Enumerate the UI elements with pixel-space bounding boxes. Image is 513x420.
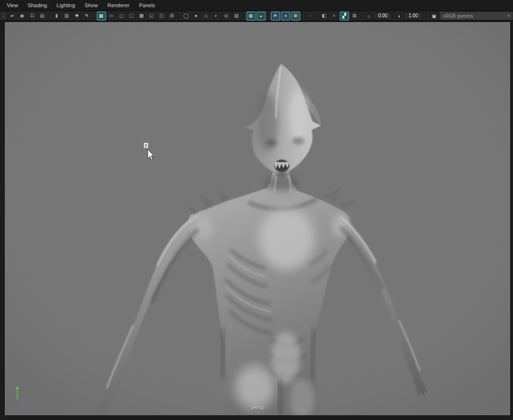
- chevron-down-icon: ▾: [507, 13, 510, 18]
- toolbar-separator: [361, 12, 362, 20]
- gamma-field[interactable]: 1.00: [404, 12, 423, 20]
- wireframe-on-shaded-icon[interactable]: ◍: [246, 12, 256, 21]
- grease-pencil-icon[interactable]: ✎: [82, 12, 92, 21]
- toolbar-separator: [244, 12, 244, 20]
- toolbar-grip[interactable]: [2, 12, 5, 19]
- toolbar-separator: [94, 12, 94, 20]
- use-all-lights-icon[interactable]: ☀: [271, 12, 280, 21]
- cursor-badge-icon: [144, 143, 148, 148]
- plugin-filter-icon[interactable]: ⊠: [350, 12, 359, 21]
- toolbar-separator: [317, 12, 317, 20]
- camera-attributes-icon[interactable]: ▤: [38, 12, 47, 21]
- default-material-icon[interactable]: ◎: [222, 12, 231, 21]
- wireframe-icon[interactable]: ◯: [182, 12, 191, 21]
- camera-label: persp: [251, 405, 264, 410]
- toolbar-separator: [179, 12, 179, 20]
- safe-title-icon[interactable]: ◰: [157, 12, 166, 21]
- color-management-icon[interactable]: ▣: [431, 13, 438, 19]
- viewport-frame: persp: [0, 21, 513, 420]
- gamma-icon[interactable]: ◗: [396, 13, 403, 19]
- toolbar-separator: [303, 12, 303, 20]
- motion-blur-icon[interactable]: ≈: [330, 12, 339, 21]
- resolution-gate-icon[interactable]: ◻: [117, 12, 126, 21]
- view-transform-dropdown[interactable]: sRGB gamma ▾: [440, 12, 513, 20]
- depth-of-field-icon[interactable]: ◌: [305, 12, 315, 21]
- screen-space-ao-icon[interactable]: ⊛: [291, 12, 300, 21]
- maya-viewport-window: View Shading Lighting Show Renderer Pane…: [0, 0, 513, 420]
- checker-icon[interactable]: ▨: [232, 12, 241, 21]
- panel-menu-bar: View Shading Lighting Show Renderer Pane…: [0, 0, 513, 11]
- menu-renderer[interactable]: Renderer: [107, 2, 129, 8]
- smooth-shade-icon[interactable]: ●: [192, 12, 201, 21]
- menu-show[interactable]: Show: [85, 2, 98, 8]
- pin-icon[interactable]: ▰: [8, 12, 17, 21]
- toolbar-separator: [268, 12, 268, 20]
- safe-action-icon[interactable]: ◱: [147, 12, 156, 21]
- viewport-canvas[interactable]: [5, 22, 510, 415]
- select-camera-icon[interactable]: ◉: [18, 12, 27, 21]
- toolbar-separator: [427, 12, 427, 20]
- film-gate-icon[interactable]: ▭: [107, 12, 116, 21]
- isolate-select-icon[interactable]: ◧: [320, 12, 329, 21]
- bounding-box-icon[interactable]: ◇: [202, 12, 211, 21]
- shadows-icon[interactable]: ◑: [281, 12, 290, 21]
- viewport[interactable]: persp: [5, 22, 510, 415]
- exposure-icon[interactable]: ☼: [365, 13, 373, 19]
- menu-panels[interactable]: Panels: [139, 2, 155, 8]
- menu-view[interactable]: View: [7, 2, 18, 8]
- anti-aliasing-icon[interactable]: ▞: [340, 12, 349, 21]
- xray-icon[interactable]: ◒: [256, 12, 266, 21]
- hud-icon[interactable]: ⊞: [167, 12, 176, 21]
- panel-toolbar: ▰◉⊡▤▮▥✚✎▦▭◻▢▩◱◰⊞◯●◇◐◎▨◍◒☀◑⊛◌◧≈▞⊠ ☼ 0.00 …: [0, 11, 513, 21]
- menu-lighting[interactable]: Lighting: [57, 2, 75, 8]
- menu-shading[interactable]: Shading: [28, 2, 47, 8]
- creature-mouth: [275, 160, 289, 177]
- textured-icon[interactable]: ◐: [212, 12, 221, 21]
- image-plane-icon[interactable]: ▥: [62, 12, 71, 21]
- field-chart-icon[interactable]: ▩: [137, 12, 146, 21]
- bookmark-icon[interactable]: ▮: [52, 12, 61, 21]
- view-transform-value: sRGB gamma: [443, 13, 473, 19]
- pan-zoom-icon[interactable]: ✚: [72, 12, 82, 21]
- lock-camera-icon[interactable]: ⊡: [28, 12, 37, 21]
- exposure-field[interactable]: 0.00: [373, 12, 393, 20]
- toolbar-icons: ▰◉⊡▤▮▥✚✎▦▭◻▢▩◱◰⊞◯●◇◐◎▨◍◒☀◑⊛◌◧≈▞⊠: [7, 12, 360, 21]
- toolbar-separator: [49, 12, 50, 20]
- grid-icon[interactable]: ▦: [97, 12, 106, 21]
- gate-mask-icon[interactable]: ▢: [127, 12, 136, 21]
